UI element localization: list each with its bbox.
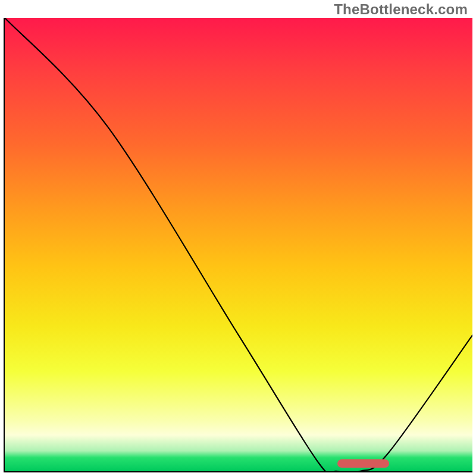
plot-area <box>4 18 472 472</box>
bottleneck-chart: TheBottleneck.com <box>0 0 476 476</box>
watermark-text: TheBottleneck.com <box>334 1 468 18</box>
optimal-range-marker <box>337 459 389 468</box>
bottleneck-curve <box>5 18 472 471</box>
